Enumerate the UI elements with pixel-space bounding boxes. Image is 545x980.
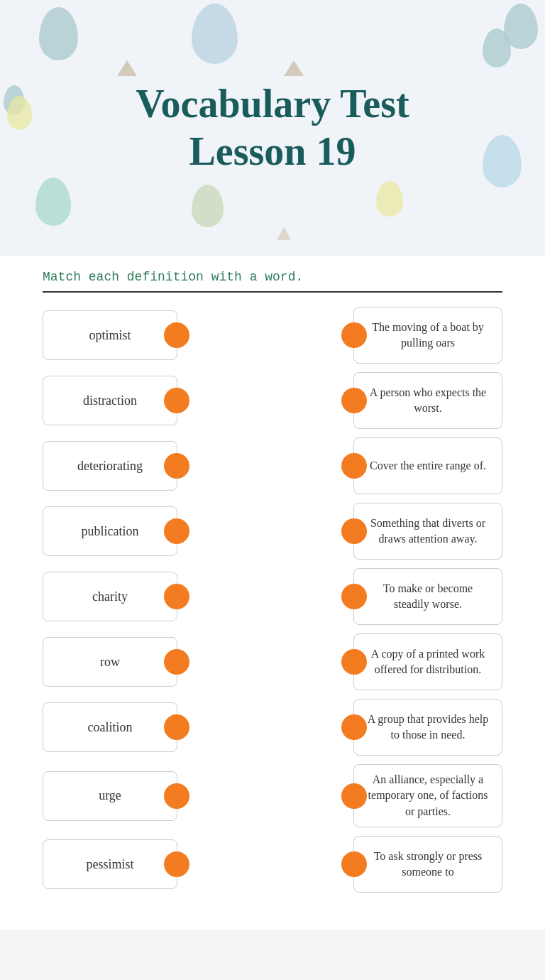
def-card-d1[interactable]: The moving of a boat by pulling oars [353, 307, 502, 364]
word-card-w7[interactable]: coalition [43, 702, 177, 752]
def-dot-d5[interactable] [341, 584, 367, 609]
def-text-d4: Something that diverts or draws attentio… [364, 516, 492, 548]
word-label-w6: row [100, 655, 120, 670]
def-text-d1: The moving of a boat by pulling oars [364, 320, 492, 352]
match-row: pessimist To ask strongly or press someo… [43, 836, 502, 893]
def-dot-d8[interactable] [341, 783, 367, 809]
drop-decor-6 [192, 185, 224, 227]
matching-area: optimist The moving of a boat by pulling… [43, 307, 502, 901]
word-dot-w5[interactable] [164, 584, 189, 609]
def-text-d9: To ask strongly or press someone to [364, 849, 492, 881]
word-dot-w2[interactable] [164, 388, 189, 413]
def-card-d6[interactable]: A copy of a printed work offered for dis… [353, 633, 502, 690]
def-card-d5[interactable]: To make or become steadily worse. [353, 568, 502, 625]
word-card-w4[interactable]: publication [43, 506, 177, 556]
word-card-w2[interactable]: distraction [43, 376, 177, 425]
match-row: urge An alliance, especially a temporary… [43, 764, 502, 827]
header-title: Vocabulary Test Lesson 19 [136, 80, 409, 175]
match-row: row A copy of a printed work offered for… [43, 633, 502, 690]
def-text-d7: A group that provides help to those in n… [364, 712, 492, 744]
match-row: optimist The moving of a boat by pulling… [43, 307, 502, 364]
word-dot-w4[interactable] [164, 518, 189, 544]
drop-decor-7 [376, 181, 403, 217]
word-card-w8[interactable]: urge [43, 771, 177, 821]
match-row: coalition A group that provides help to … [43, 699, 502, 756]
word-card-w1[interactable]: optimist [43, 310, 177, 360]
header-section: Vocabulary Test Lesson 19 [0, 0, 545, 256]
word-label-w4: publication [82, 524, 139, 539]
def-text-d3: Cover the entire range of. [370, 458, 486, 474]
drop-decor-9 [504, 4, 538, 49]
word-label-w2: distraction [83, 393, 137, 408]
def-text-d2: A person who expects the worst. [364, 385, 492, 417]
def-dot-d4[interactable] [341, 518, 367, 544]
drop-decor-8 [483, 135, 522, 187]
word-label-w9: pessimist [86, 857, 133, 872]
def-card-d2[interactable]: A person who expects the worst. [353, 372, 502, 429]
word-card-w5[interactable]: charity [43, 572, 177, 621]
def-text-d8: An alliance, especially a temporary one,… [364, 772, 492, 820]
word-label-w5: charity [92, 589, 128, 604]
def-card-d7[interactable]: A group that provides help to those in n… [353, 699, 502, 756]
def-dot-d1[interactable] [341, 322, 367, 348]
word-dot-w6[interactable] [164, 649, 189, 675]
drop-decor-5 [35, 178, 71, 226]
word-dot-w7[interactable] [164, 714, 189, 740]
def-card-d3[interactable]: Cover the entire range of. [353, 437, 502, 494]
drop-decor-0 [39, 7, 78, 60]
match-row: charity To make or become steadily worse… [43, 568, 502, 625]
match-row: distraction A person who expects the wor… [43, 372, 502, 429]
word-label-w7: coalition [88, 720, 133, 735]
word-dot-w1[interactable] [164, 322, 189, 348]
drop-decor-4 [7, 96, 32, 130]
title-line2: Lesson 19 [136, 128, 409, 175]
triangle-decor-2 [284, 60, 304, 76]
def-dot-d6[interactable] [341, 649, 367, 675]
title-line1: Vocabulary Test [136, 80, 409, 128]
word-dot-w9[interactable] [164, 851, 189, 877]
word-label-w1: optimist [89, 328, 131, 343]
word-dot-w3[interactable] [164, 453, 189, 479]
triangle-decor-1 [117, 60, 137, 76]
match-row: deteriorating Cover the entire range of. [43, 437, 502, 494]
def-text-d5: To make or become steadily worse. [364, 581, 492, 613]
def-card-d4[interactable]: Something that diverts or draws attentio… [353, 503, 502, 560]
triangle-decor-3 [277, 227, 291, 240]
instructions: Match each definition with a word. [43, 270, 502, 293]
def-dot-d7[interactable] [341, 714, 367, 740]
match-row: publication Something that diverts or dr… [43, 503, 502, 560]
word-card-w6[interactable]: row [43, 637, 177, 687]
word-dot-w8[interactable] [164, 783, 189, 809]
def-dot-d3[interactable] [341, 453, 367, 479]
word-card-w3[interactable]: deteriorating [43, 441, 177, 491]
def-card-d9[interactable]: To ask strongly or press someone to [353, 836, 502, 893]
def-dot-d9[interactable] [341, 851, 367, 877]
def-card-d8[interactable]: An alliance, especially a temporary one,… [353, 764, 502, 827]
word-label-w3: deteriorating [77, 459, 143, 474]
word-label-w8: urge [99, 788, 121, 803]
main-content: Match each definition with a word. optim… [0, 256, 545, 930]
def-dot-d2[interactable] [341, 388, 367, 413]
word-card-w9[interactable]: pessimist [43, 839, 177, 889]
drop-decor-1 [192, 4, 238, 64]
def-text-d6: A copy of a printed work offered for dis… [364, 646, 492, 678]
